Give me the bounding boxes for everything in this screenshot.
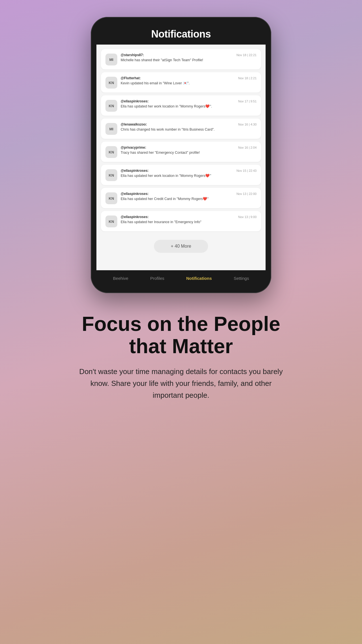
notification-content: @ellaspinkroses: Nov 17 | 9:51 Ella has … [121,99,257,109]
avatar: KN [105,77,117,89]
phone-header: Notifications [96,23,266,45]
notification-text: Chris has changed his work number in "It… [121,127,257,132]
notification-meta: @lenawalkszoo: Nov 16 | 4:30 [121,122,257,126]
nav-notifications[interactable]: Notifications [184,275,214,282]
notification-time: Nov 16 | 2:04 [238,146,257,149]
notification-item[interactable]: KN @Flutterhat: Nov 18 | 2:21 Kevin upda… [101,72,261,93]
notification-text: Ella has updated her work location in "M… [121,104,257,109]
notification-item[interactable]: KN @ellaspinkroses: Nov 17 | 9:51 Ella h… [101,95,261,116]
notification-meta: @privacyprime: Nov 16 | 2:04 [121,146,257,150]
notification-item[interactable]: KN @ellaspinkroses: Nov 13 | 22:00 Ella … [101,188,261,208]
notification-meta: @starships87: Nov 18 | 22:21 [121,53,257,57]
avatar: MI [105,123,117,135]
notification-handle: @ellaspinkroses: [121,169,149,173]
notification-handle: @ellaspinkroses: [121,99,149,103]
notification-item[interactable]: KN @ellaspinkroses: Nov 13 | 9:00 Ella h… [101,211,261,231]
avatar: MI [105,54,117,65]
avatar: KN [105,146,117,158]
notification-time: Nov 18 | 2:21 [238,76,257,80]
notification-handle: @ellaspinkroses: [121,215,149,219]
avatar: KN [105,216,117,227]
phone-mockup: Notifications MI @starships87: Nov 18 | … [91,17,271,293]
notification-text: Kevin updated his email in "Wine Lover 💌… [121,81,257,86]
nav-settings[interactable]: Settings [231,275,251,282]
load-more-button[interactable]: + 40 More [154,240,208,253]
bottom-nav: Beehive Profiles Notifications Settings [96,270,266,287]
notification-handle: @starships87: [121,53,144,57]
notification-handle: @privacyprime: [121,146,146,150]
notification-time: Nov 16 | 4:30 [238,123,257,126]
focus-subtitle: Don't waste your time managing details f… [77,366,285,401]
focus-section: Focus on the People that Matter Don't wa… [54,293,308,401]
avatar: KN [105,169,117,181]
avatar: KN [105,100,117,112]
notification-text: Michelle has shared their "atSign Tech T… [121,58,257,63]
nav-beehive[interactable]: Beehive [111,275,131,282]
notification-content: @Flutterhat: Nov 18 | 2:21 Kevin updated… [121,76,257,86]
phone-screen: MI @starships87: Nov 18 | 22:21 Michelle… [96,45,266,270]
notification-content: @lenawalkszoo: Nov 16 | 4:30 Chris has c… [121,122,257,132]
notification-text: Ella has updated her Insurance in "Emerg… [121,220,257,225]
notification-content: @ellaspinkroses: Nov 13 | 22:00 Ella has… [121,192,257,202]
notification-handle: @Flutterhat: [121,76,141,80]
notification-item[interactable]: KN @ellaspinkroses: Nov 15 | 22:43 Ella … [101,165,261,185]
notifications-list: MI @starships87: Nov 18 | 22:21 Michelle… [101,49,261,231]
notification-time: Nov 13 | 22:00 [237,192,257,195]
notification-handle: @lenawalkszoo: [121,122,147,126]
avatar: KN [105,192,117,204]
notification-meta: @ellaspinkroses: Nov 17 | 9:51 [121,99,257,103]
notification-meta: @ellaspinkroses: Nov 15 | 22:43 [121,169,257,173]
notification-meta: @ellaspinkroses: Nov 13 | 9:00 [121,215,257,219]
more-button-container: + 40 More [101,234,261,261]
notification-item[interactable]: MI @starships87: Nov 18 | 22:21 Michelle… [101,49,261,69]
phone-inner: Notifications MI @starships87: Nov 18 | … [96,23,266,287]
notification-text: Ella has updated her work location in "M… [121,173,257,179]
notification-text: Tracy has shared her "Emergency Contact"… [121,150,257,155]
nav-profiles[interactable]: Profiles [148,275,167,282]
phone-title: Notifications [151,28,211,40]
notification-time: Nov 18 | 22:21 [237,53,257,57]
notification-time: Nov 13 | 9:00 [238,215,257,219]
notification-item[interactable]: MI @lenawalkszoo: Nov 16 | 4:30 Chris ha… [101,118,261,139]
notification-meta: @ellaspinkroses: Nov 13 | 22:00 [121,192,257,196]
notification-content: @ellaspinkroses: Nov 15 | 22:43 Ella has… [121,169,257,179]
notification-time: Nov 15 | 22:43 [237,169,257,172]
notification-time: Nov 17 | 9:51 [238,100,257,103]
notification-meta: @Flutterhat: Nov 18 | 2:21 [121,76,257,80]
notification-content: @ellaspinkroses: Nov 13 | 9:00 Ella has … [121,215,257,225]
notification-item[interactable]: KN @privacyprime: Nov 16 | 2:04 Tracy ha… [101,142,261,162]
notification-handle: @ellaspinkroses: [121,192,149,196]
notification-content: @privacyprime: Nov 16 | 2:04 Tracy has s… [121,146,257,155]
notification-text: Ella has updated her Credit Card in "Mom… [121,197,257,202]
focus-title: Focus on the People that Matter [77,313,285,357]
notification-content: @starships87: Nov 18 | 22:21 Michelle ha… [121,53,257,63]
